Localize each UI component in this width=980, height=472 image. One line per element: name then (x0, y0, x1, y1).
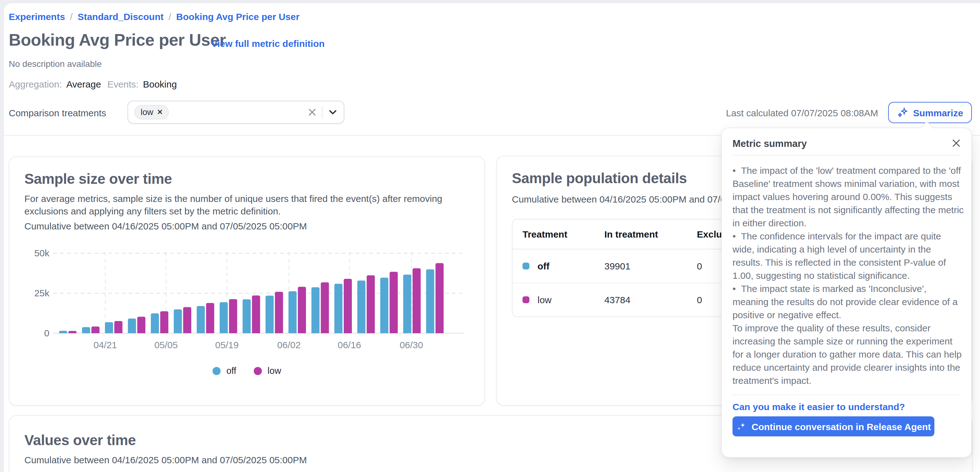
select-divider (322, 106, 323, 118)
bar (160, 311, 169, 333)
x-axis-tick: 05/19 (215, 340, 239, 350)
breadcrumb: Experiments/Standard_Discount/Booking Av… (9, 11, 299, 22)
chip-remove-icon[interactable]: ✕ (157, 108, 163, 116)
values-cumulative: Cumulative between 04/16/2025 05:00PM an… (24, 454, 307, 465)
x-axis-tick: 04/21 (94, 340, 117, 350)
y-axis-tick: 25k (34, 288, 50, 298)
breadcrumb-item[interactable]: Experiments (9, 11, 65, 22)
bar (312, 287, 320, 333)
treatment-cell: off (522, 261, 605, 271)
bar (334, 284, 342, 333)
bar (412, 268, 421, 333)
metric-meta: Aggregation: Average Events: Booking (9, 79, 177, 89)
bar (403, 275, 411, 333)
bar (252, 295, 260, 333)
treatment-name: low (538, 295, 552, 305)
col-treatment: Treatment (522, 229, 605, 239)
bar (137, 317, 145, 333)
legend-label: off (226, 366, 236, 376)
continue-conversation-label: Continue conversation in Release Agent (752, 421, 931, 432)
continue-conversation-button[interactable]: Continue conversation in Release Agent (732, 416, 934, 436)
legend-dot (213, 367, 221, 375)
breadcrumb-item[interactable]: Standard_Discount (78, 11, 164, 22)
treatment-chip-label: low (141, 107, 153, 117)
comparison-treatments-label: Comparison treatments (9, 107, 106, 118)
metric-detail-page: Experiments/Standard_Discount/Booking Av… (0, 0, 980, 472)
sample-size-cumulative: Cumulative between 04/16/2025 05:00PM an… (24, 221, 307, 231)
legend-item[interactable]: low (254, 366, 281, 376)
bar (344, 279, 352, 333)
treatment-cell: low (522, 295, 605, 305)
selected-chips: low✕ (134, 105, 169, 120)
bar (426, 269, 434, 333)
summarize-button-label: Summarize (913, 107, 963, 118)
bar (367, 275, 375, 333)
bar (390, 272, 398, 333)
chevron-down-icon[interactable] (328, 107, 337, 117)
x-axis-tick: 06/02 (277, 340, 301, 350)
legend-item[interactable]: off (213, 366, 236, 376)
bar-chart-svg: 025k50k04/2105/0505/1906/0206/1606/30 (24, 238, 469, 351)
treatment-name: off (538, 261, 549, 271)
bar (68, 331, 76, 333)
treatment-chip[interactable]: low✕ (134, 105, 169, 120)
bar (91, 326, 99, 333)
popover-divider-top (732, 155, 961, 156)
bar (82, 327, 90, 333)
bar (229, 299, 237, 333)
in-treatment-value: 39901 (605, 261, 697, 271)
bar (357, 281, 365, 333)
sample-size-title: Sample size over time (24, 171, 172, 188)
in-treatment-value: 43784 (605, 295, 697, 305)
sample-size-bar-chart[interactable]: 025k50k04/2105/0505/1906/0206/1606/30 (24, 238, 469, 351)
popover-title: Metric summary (732, 138, 807, 150)
col-in-treatment: In treatment (605, 229, 697, 239)
bar (220, 302, 228, 333)
bar (288, 291, 297, 333)
y-axis-tick: 50k (34, 248, 50, 258)
page-title: Booking Avg Price per User (9, 30, 226, 50)
events-label: Events: (107, 79, 138, 89)
breadcrumb-separator: / (169, 11, 171, 22)
bar (174, 309, 182, 333)
aggregation-label: Aggregation: (9, 79, 62, 89)
close-icon[interactable] (950, 137, 963, 150)
sample-size-description: For average metrics, sample size is the … (24, 193, 462, 217)
values-title: Values over time (24, 432, 136, 449)
view-metric-definition-link[interactable]: View full metric definition (211, 38, 325, 49)
sparkle-icon (897, 107, 908, 118)
legend-label: low (267, 366, 281, 376)
summary-paragraph: To improve the quality of these results,… (732, 321, 964, 387)
bar (151, 314, 159, 333)
treatment-color-swatch (522, 263, 530, 269)
last-calculated-text: Last calculated 07/07/2025 08:08AM (726, 107, 878, 118)
bar (298, 287, 306, 333)
bar (105, 322, 113, 333)
legend-dot (254, 367, 262, 375)
y-axis-tick: 0 (44, 328, 49, 338)
bar (275, 292, 283, 333)
clear-icon[interactable] (306, 107, 318, 118)
sample-size-card: Sample size over time For average metric… (9, 156, 485, 406)
bar (197, 306, 205, 333)
popover-summary-text: • The impact of the 'low' treatment comp… (732, 164, 964, 387)
bar (436, 263, 444, 333)
followup-question-link[interactable]: Can you make it easier to understand? (732, 401, 905, 412)
bar (115, 321, 123, 333)
chart-legend: offlow (10, 366, 484, 376)
summarize-button[interactable]: Summarize (888, 102, 972, 123)
bar (266, 296, 274, 333)
x-axis-tick: 05/05 (154, 340, 178, 350)
bar (242, 299, 251, 333)
sparkle-icon (736, 421, 746, 431)
bar (321, 282, 329, 333)
breadcrumb-item[interactable]: Booking Avg Price per User (176, 11, 300, 22)
summary-bullet: • The confidence intervals for the impac… (732, 230, 964, 282)
aggregation-value: Average (66, 79, 101, 89)
comparison-treatments-select[interactable]: low✕ (127, 100, 344, 124)
treatment-color-swatch (522, 296, 530, 303)
metric-summary-popover: Metric summary • The impact of the 'low'… (721, 128, 972, 458)
summary-bullet: • The impact of the 'low' treatment comp… (732, 164, 964, 230)
x-axis-tick: 06/30 (400, 340, 423, 350)
bar (206, 303, 214, 333)
